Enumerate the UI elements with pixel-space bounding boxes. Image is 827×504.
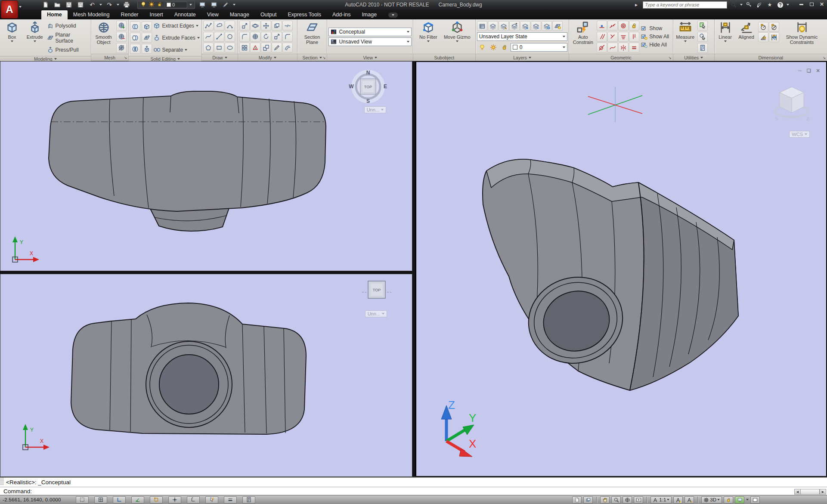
save-as-button[interactable] [76, 1, 85, 9]
separate-button[interactable]: Separate [153, 44, 199, 55]
grid-toggle[interactable] [94, 496, 107, 504]
qp-toggle[interactable] [242, 496, 255, 504]
annotation-visibility-button[interactable] [673, 496, 683, 504]
panel-label-layers[interactable]: Layers [476, 54, 569, 61]
perpendicular-constraint-button[interactable] [607, 32, 618, 42]
coincident-constraint-button[interactable] [597, 21, 607, 31]
erase-button[interactable] [272, 43, 282, 53]
polyline-button[interactable] [203, 21, 214, 31]
sketch-icon-button[interactable] [221, 1, 230, 9]
concentric-constraint-button[interactable] [618, 21, 629, 31]
panel-label-mesh[interactable]: Mesh↘ [91, 54, 129, 61]
extrude-button[interactable]: Extrude [24, 20, 46, 55]
viewport-top-left[interactable]: TOP N S W E Unn... Y X [0, 61, 412, 271]
constraint-show-button[interactable]: Show [641, 25, 669, 32]
scroll-left-icon[interactable]: ◀ [795, 489, 801, 494]
rectangular-array-button[interactable] [261, 43, 271, 53]
scroll-right-icon[interactable]: ▶ [820, 489, 826, 494]
slice-button[interactable] [142, 22, 152, 31]
scroll-thumb[interactable] [801, 489, 820, 494]
interfere-button[interactable] [142, 44, 152, 54]
ducs-toggle[interactable] [187, 496, 200, 504]
geometric-dialog-launcher-icon[interactable]: ↘ [668, 56, 672, 60]
tab-express-tools[interactable]: Express Tools [282, 10, 327, 19]
otrack-toggle[interactable] [168, 496, 181, 504]
lwt-toggle[interactable] [224, 496, 237, 504]
vertical-constraint-button[interactable] [629, 32, 639, 42]
radius-dimension-button[interactable] [758, 22, 768, 32]
save-button[interactable] [65, 1, 73, 9]
intersect-button[interactable] [130, 44, 140, 54]
rotate-button[interactable] [261, 32, 271, 42]
showmotion-button[interactable] [634, 496, 643, 504]
layer-on-bulb-icon[interactable] [477, 42, 487, 52]
infocenter-collapse-icon[interactable]: ▸ [632, 1, 640, 8]
smooth-more-button[interactable] [116, 21, 127, 31]
compass-east[interactable]: E [806, 116, 811, 122]
rectangle-button[interactable] [214, 43, 224, 53]
current-layer-dropdown-icon[interactable] [563, 46, 565, 48]
zoom-button[interactable] [611, 496, 621, 504]
compass-south[interactable]: S [366, 98, 370, 104]
measure-button[interactable]: Measure [675, 20, 696, 53]
symmetric-constraint-button[interactable] [618, 43, 629, 53]
workspace-switch-button[interactable]: 3D [701, 496, 722, 504]
viewcube-top-face[interactable]: TOP [364, 85, 372, 89]
compass-east[interactable]: E [384, 83, 387, 90]
smooth-object-button[interactable]: Smooth Object [93, 20, 115, 53]
stretch-button[interactable] [239, 21, 250, 31]
extrude-faces-button[interactable]: Extrude Faces [153, 32, 199, 43]
qat-layer-dropdown-icon[interactable] [189, 4, 192, 6]
annotation-autoscale-button[interactable] [685, 496, 694, 504]
redo-dropdown-icon[interactable] [117, 4, 119, 6]
ribbon-minimize-button[interactable] [388, 12, 398, 18]
layer-state-select[interactable]: Unsaved Layer State [477, 32, 568, 41]
tab-insert[interactable]: Insert [144, 10, 169, 19]
layout-button[interactable] [583, 496, 593, 504]
layer-previous-button[interactable] [509, 21, 520, 31]
communication-center-icon[interactable] [756, 1, 763, 8]
help-icon[interactable] [776, 1, 784, 8]
3d-rotate-button[interactable] [250, 32, 260, 42]
view-name-dropdown[interactable]: Unn... [364, 106, 386, 113]
layer-thaw-sun-icon[interactable] [488, 42, 499, 52]
press-pull-button[interactable]: Press/Pull [47, 44, 90, 55]
drawing-minimize-button[interactable]: ─ [797, 68, 803, 74]
compass-south[interactable]: S [774, 116, 779, 121]
drawing-close-button[interactable]: ✕ [815, 68, 821, 74]
line-button[interactable] [214, 32, 224, 42]
mesh-dialog-launcher-icon[interactable]: ↘ [124, 56, 127, 60]
search-input[interactable] [643, 1, 727, 9]
qat-layer-select[interactable]: 0 [165, 2, 187, 8]
union-button[interactable] [130, 22, 140, 31]
smooth-refine-button[interactable] [116, 43, 127, 53]
viewcube-2d[interactable]: TOP N S W E [347, 68, 390, 111]
ortho-toggle[interactable] [113, 496, 126, 504]
tab-output[interactable]: Output [255, 10, 282, 19]
3d-align-button[interactable] [250, 21, 260, 31]
layer-state-dropdown-icon[interactable] [563, 36, 565, 37]
aligned-dimension-button[interactable]: Aligned [736, 20, 757, 53]
tab-mesh-modeling[interactable]: Mesh Modeling [68, 10, 115, 19]
panel-label-draw[interactable]: Draw [202, 54, 238, 61]
minimize-button[interactable] [798, 1, 805, 7]
select-similar-button[interactable] [697, 32, 708, 42]
ellipse-button[interactable] [225, 43, 235, 53]
tab-add-ins[interactable]: Add-ins [327, 10, 356, 19]
model-space-button[interactable] [572, 496, 582, 504]
open-button[interactable] [53, 1, 62, 9]
status-menu-button[interactable] [735, 496, 744, 504]
lengthen-button[interactable] [239, 32, 250, 42]
visual-style-select[interactable]: Conceptual [328, 28, 412, 36]
dimension-update-button[interactable] [769, 32, 779, 42]
layer-properties-button[interactable] [477, 21, 487, 31]
no-filter-button[interactable]: No Filter [418, 20, 439, 53]
tangent-constraint-button[interactable] [597, 43, 607, 53]
panel-label-section[interactable]: Section↘ [297, 54, 327, 61]
sun-icon[interactable] [149, 1, 155, 9]
restore-button[interactable] [808, 1, 815, 7]
polysolid-button[interactable]: Polysolid [47, 20, 90, 31]
fix-constraint-button[interactable] [629, 21, 639, 31]
diameter-dimension-button[interactable] [769, 22, 779, 32]
wcs-dropdown[interactable]: WCS [789, 131, 810, 138]
